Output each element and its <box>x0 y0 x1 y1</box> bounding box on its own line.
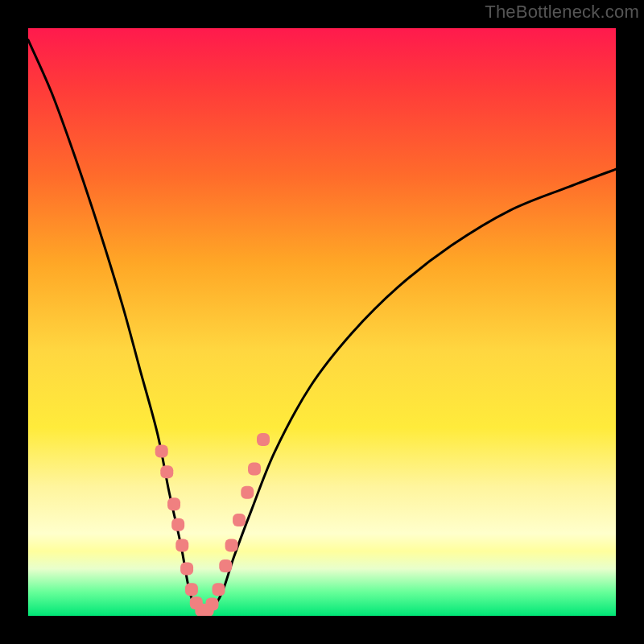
marker-point <box>233 514 246 526</box>
chart-svg <box>28 28 616 616</box>
marker-point <box>241 486 254 499</box>
marker-point <box>248 463 261 476</box>
marker-point <box>195 604 208 616</box>
marker-point <box>155 445 168 458</box>
chart-container: TheBottleneck.com <box>0 0 644 644</box>
marker-point <box>185 583 198 596</box>
marker-point <box>175 539 188 551</box>
marker-group <box>155 433 270 616</box>
marker-point <box>160 465 173 478</box>
marker-point <box>201 604 214 616</box>
marker-point <box>205 597 218 610</box>
watermark-text: TheBottleneck.com <box>485 2 639 23</box>
marker-point <box>190 597 203 609</box>
marker-point <box>257 433 270 446</box>
marker-point <box>167 497 180 510</box>
marker-point <box>180 563 193 576</box>
marker-point <box>213 583 225 596</box>
curve-path <box>28 40 616 613</box>
plot-area <box>28 28 616 616</box>
marker-point <box>219 559 232 572</box>
marker-point <box>225 539 238 551</box>
marker-point <box>171 518 184 531</box>
